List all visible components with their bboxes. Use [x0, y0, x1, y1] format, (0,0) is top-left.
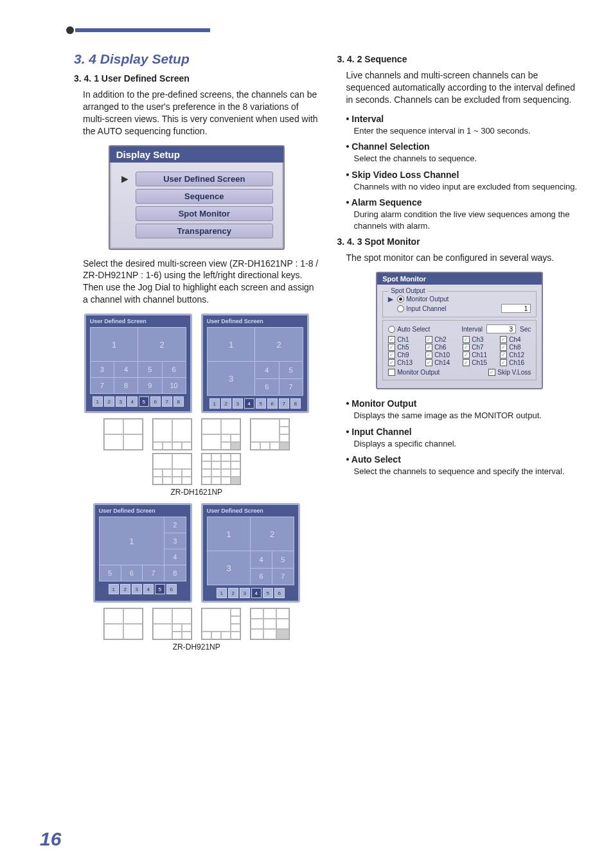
variation-selector[interactable]: 123456 [99, 584, 186, 594]
spot-output-group: Spot Output ▶ Monitor Output Input Chann… [382, 291, 537, 317]
layout-grid: 12 3456 78910 [90, 327, 186, 394]
uds-panel-a: User Defined Screen 12 3456 78910 123456… [84, 314, 192, 413]
subheading-343: 3. 4. 3 Spot Monitor [337, 236, 583, 247]
layout-wireframe-icon [103, 608, 143, 640]
screen-cell: 2 [138, 328, 186, 362]
screen-cell: 10 [162, 378, 186, 394]
menu-item-spot-monitor[interactable]: Spot Monitor [136, 206, 273, 221]
variation-selector[interactable]: 12345678 [207, 398, 303, 409]
layout-wireframe-icon [201, 418, 241, 450]
menu-item-user-defined-screen[interactable]: User Defined Screen [136, 172, 273, 186]
screen-cell: 3 [90, 362, 114, 378]
radio-icon [397, 296, 404, 303]
checkbox-monitor-output[interactable]: Monitor Output [388, 369, 440, 376]
checkbox-ch2[interactable]: Ch2 [425, 336, 456, 343]
input-channel-field[interactable] [501, 304, 531, 313]
wireframe-row [74, 453, 319, 485]
uds-title: User Defined Screen [86, 315, 190, 326]
checkbox-ch4[interactable]: Ch4 [500, 336, 531, 343]
interval-unit: Sec [520, 326, 531, 333]
checkbox-ch7[interactable]: Ch7 [463, 344, 493, 351]
layout-wireframe-icon [152, 453, 192, 485]
paragraph: The spot monitor can be configured in se… [346, 252, 583, 264]
menu-title: Display Setup [110, 146, 283, 163]
screen-cell: 3 [207, 362, 255, 396]
uds-title: User Defined Screen [203, 315, 307, 326]
interval-field[interactable] [486, 324, 516, 333]
uds-panel-d: User Defined Screen 12 345 67 123456 [201, 503, 300, 603]
layout-grid: 12 345 67 [207, 327, 303, 396]
bullet-body: During alarm condition the live view seq… [354, 209, 583, 231]
checkbox-ch8[interactable]: Ch8 [500, 344, 531, 351]
radio-input-channel[interactable]: Input Channel [397, 305, 446, 312]
wireframe-row [74, 608, 319, 640]
screen-cell: 4 [164, 549, 186, 565]
menu-item-sequence[interactable]: Sequence [136, 189, 273, 204]
checkbox-ch12[interactable]: Ch12 [500, 351, 531, 359]
checkbox-ch15[interactable]: Ch15 [463, 359, 493, 366]
bullet-heading: Skip Video Loss Channel [346, 170, 583, 180]
screen-cell: 4 [255, 362, 279, 379]
variation-selector[interactable]: 12345678 [90, 396, 186, 407]
menu-cursor-icon: ▶ [120, 173, 130, 184]
checkbox-ch9[interactable]: Ch9 [388, 351, 419, 359]
screen-cell: 2 [255, 328, 303, 362]
screen-cell: 7 [143, 565, 164, 581]
checkbox-ch6[interactable]: Ch6 [425, 344, 456, 351]
auto-select-group: Auto Select Interval Sec Ch1 Ch2 Ch3 Ch4… [382, 320, 537, 380]
radio-monitor-output[interactable]: Monitor Output [397, 296, 449, 303]
checkbox-ch16[interactable]: Ch16 [500, 359, 531, 366]
screen-cell: 6 [251, 568, 272, 585]
radio-icon [388, 326, 395, 333]
layout-wireframe-icon [103, 418, 143, 450]
header-rule [75, 28, 210, 32]
uds-title: User Defined Screen [203, 505, 298, 515]
screen-cell: 1 [90, 328, 138, 362]
checkbox-ch10[interactable]: Ch10 [425, 351, 456, 359]
uds-panel-b: User Defined Screen 12 345 67 12345678 [201, 314, 309, 413]
checkbox-ch1[interactable]: Ch1 [388, 336, 419, 343]
variation-selector[interactable]: 123456 [207, 588, 294, 598]
left-column: 3. 4 Display Setup 3. 4. 1 User Defined … [74, 49, 319, 658]
layout-wireframe-icon [152, 418, 192, 450]
caption: ZR-DH1621NP [74, 488, 319, 497]
radio-auto-select[interactable]: Auto Select [388, 326, 430, 333]
screen-cell: 5 [138, 362, 162, 378]
layout-wireframe-icon [201, 453, 241, 485]
screen-cell: 1 [207, 328, 255, 362]
checkbox-ch14[interactable]: Ch14 [425, 359, 456, 366]
screen-cell: 4 [114, 362, 138, 378]
bullet-heading: Auto Select [346, 454, 583, 465]
screen-cell: 3 [207, 551, 251, 585]
screen-cell: 6 [162, 362, 186, 378]
channel-grid: Ch1 Ch2 Ch3 Ch4 Ch5 Ch6 Ch7 Ch8 Ch9 Ch10… [388, 336, 531, 366]
menu-item-transparency[interactable]: Transparency [136, 224, 273, 238]
uds-panel-c: User Defined Screen 12 3 4 5678 123456 [93, 503, 192, 603]
screen-cell: 8 [114, 378, 138, 394]
display-setup-menu: Display Setup ▶ User Defined Screen Sequ… [109, 145, 285, 250]
checkbox-skip-vloss[interactable]: Skip V.Loss [488, 369, 531, 376]
screen-cell: 7 [279, 378, 303, 396]
uds-previews-1621: User Defined Screen 12 3456 78910 123456… [74, 314, 319, 413]
paragraph: Select the desired multi-screen view (ZR… [83, 258, 319, 306]
uds-previews-921: User Defined Screen 12 3 4 5678 123456 U… [74, 503, 319, 603]
layout-wireframe-icon [201, 608, 241, 640]
layout-wireframe-icon [250, 608, 290, 640]
selection-arrow-icon: ▶ [388, 296, 393, 303]
checkbox-ch3[interactable]: Ch3 [463, 336, 493, 343]
checkbox-ch11[interactable]: Ch11 [463, 351, 493, 359]
group-label: Spot Output [388, 287, 427, 294]
screen-cell: 7 [272, 568, 294, 585]
paragraph: In addition to the pre-defined screens, … [83, 89, 319, 137]
bullet-body: Displays a specific channel. [354, 438, 583, 450]
screen-cell: 6 [255, 378, 279, 396]
screen-cell: 2 [251, 517, 294, 551]
section-title: 3. 4 Display Setup [74, 51, 319, 67]
uds-title: User Defined Screen [95, 505, 190, 515]
checkbox-ch5[interactable]: Ch5 [388, 344, 419, 351]
checkbox-ch13[interactable]: Ch13 [388, 359, 419, 366]
bullet-heading: Interval [346, 114, 583, 124]
subheading-341: 3. 4. 1 User Defined Screen [74, 73, 319, 84]
bullet-body: Select the channels to sequence. [354, 153, 583, 164]
screen-cell: 5 [99, 565, 121, 581]
